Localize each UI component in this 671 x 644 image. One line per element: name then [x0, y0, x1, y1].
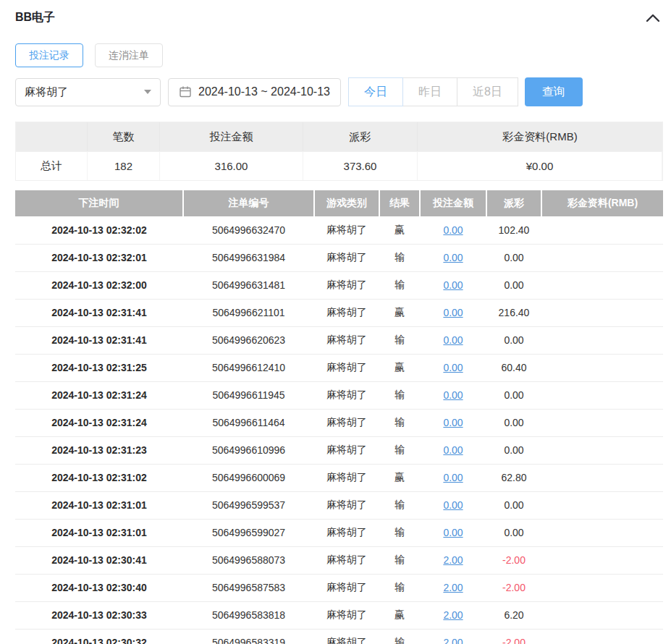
bet-time: 2024-10-13 02:30:33	[15, 601, 183, 629]
yesterday-button[interactable]: 昨日	[402, 77, 457, 106]
summary-col-empty	[16, 122, 88, 151]
bet-result: 输	[379, 409, 420, 436]
order-number: 5064996583818	[183, 601, 314, 629]
col-result: 结果	[379, 190, 420, 216]
bet-amount-link[interactable]: 2.00	[443, 554, 463, 566]
game-type: 麻将胡了	[314, 244, 379, 271]
summary-total-label: 总计	[16, 151, 88, 180]
bet-amount-link[interactable]: 0.00	[443, 389, 463, 401]
game-type: 麻将胡了	[314, 354, 379, 381]
col-game-type: 游戏类别	[314, 190, 379, 216]
bet-amount-link[interactable]: 0.00	[443, 444, 463, 456]
bet-amount-link[interactable]: 0.00	[443, 362, 463, 373]
summary-col-bonus: 彩金资料(RMB)	[418, 122, 662, 151]
bonus-amount	[541, 491, 663, 519]
summary-total-count: 182	[88, 151, 160, 180]
summary-table: 笔数 投注金额 派彩 彩金资料(RMB) 总计 182 316.00 373.6…	[15, 122, 663, 181]
bet-amount-cell: 0.00	[420, 244, 486, 271]
game-type: 麻将胡了	[314, 464, 379, 491]
tab-combo-orders[interactable]: 连消注单	[95, 43, 163, 67]
tab-betting-records[interactable]: 投注记录	[15, 43, 83, 67]
summary-total-payout: 373.60	[303, 151, 418, 180]
last-8-days-button[interactable]: 近8日	[457, 77, 518, 106]
bet-amount-cell: 2.00	[420, 629, 486, 644]
bet-amount-link[interactable]: 0.00	[443, 499, 463, 511]
order-number: 5064996611945	[183, 381, 314, 409]
bonus-amount	[541, 629, 663, 644]
query-button[interactable]: 查询	[525, 77, 583, 106]
order-number: 5064996588073	[183, 546, 314, 574]
game-select-value: 麻将胡了	[25, 85, 68, 99]
bet-amount-cell: 0.00	[420, 271, 486, 299]
table-row: 2024-10-13 02:31:255064996612410麻将胡了赢0.0…	[15, 354, 663, 381]
today-button[interactable]: 今日	[348, 77, 403, 106]
bonus-amount	[541, 354, 663, 381]
bonus-amount	[541, 546, 663, 574]
payout-amount: -2.00	[486, 546, 541, 574]
table-row: 2024-10-13 02:31:415064996621101麻将胡了赢0.0…	[15, 299, 663, 326]
chevron-down-icon	[144, 90, 151, 94]
collapse-chevron-up-icon[interactable]	[643, 12, 663, 24]
bet-result: 输	[379, 629, 420, 644]
bet-result: 输	[379, 491, 420, 519]
bet-amount-link[interactable]: 2.00	[443, 582, 463, 593]
bet-amount-link[interactable]: 0.00	[443, 307, 463, 318]
bet-result: 输	[379, 519, 420, 546]
table-row: 2024-10-13 02:31:245064996611464麻将胡了输0.0…	[15, 409, 663, 436]
bet-amount-link[interactable]: 2.00	[443, 609, 463, 621]
payout-amount: 0.00	[486, 244, 541, 271]
bet-amount-link[interactable]: 0.00	[443, 224, 463, 236]
panel-title: BB电子	[15, 10, 55, 25]
payout-amount: 0.00	[486, 271, 541, 299]
payout-amount: -2.00	[486, 629, 541, 644]
summary-col-bet: 投注金额	[160, 122, 303, 151]
order-number: 5064996631984	[183, 244, 314, 271]
bet-records-panel: BB电子 投注记录 连消注单 麻将胡了 2024-10-13 ~ 2024-10…	[0, 0, 671, 644]
bet-amount-link[interactable]: 0.00	[443, 334, 463, 346]
quick-date-buttons: 今日 昨日 近8日	[348, 77, 518, 106]
game-select[interactable]: 麻将胡了	[15, 78, 161, 106]
bet-time: 2024-10-13 02:31:01	[15, 491, 183, 519]
date-range-picker[interactable]: 2024-10-13 ~ 2024-10-13	[168, 78, 341, 106]
bet-result: 赢	[379, 216, 420, 244]
order-number: 5064996587583	[183, 574, 314, 601]
panel-header: BB电子	[15, 10, 663, 25]
bet-amount-cell: 2.00	[420, 574, 486, 601]
bet-amount-link[interactable]: 0.00	[443, 472, 463, 483]
order-number: 5064996599027	[183, 519, 314, 546]
order-number: 5064996631481	[183, 271, 314, 299]
bet-amount-link[interactable]: 0.00	[443, 252, 463, 263]
bet-table-header: 下注时间 注单编号 游戏类别 结果 投注金额 派彩 彩金资料(RMB)	[15, 190, 663, 216]
bet-amount-cell: 0.00	[420, 216, 486, 244]
bet-amount-link[interactable]: 0.00	[443, 279, 463, 291]
bonus-amount	[541, 244, 663, 271]
bet-result: 输	[379, 271, 420, 299]
summary-col-count: 笔数	[88, 122, 160, 151]
payout-amount: 0.00	[486, 491, 541, 519]
payout-amount: 0.00	[486, 519, 541, 546]
table-row: 2024-10-13 02:31:415064996620623麻将胡了输0.0…	[15, 326, 663, 354]
bet-time: 2024-10-13 02:31:41	[15, 326, 183, 354]
order-number: 5064996612410	[183, 354, 314, 381]
table-row: 2024-10-13 02:31:245064996611945麻将胡了输0.0…	[15, 381, 663, 409]
bet-amount-link[interactable]: 0.00	[443, 527, 463, 538]
order-number: 5064996599537	[183, 491, 314, 519]
bet-amount-link[interactable]: 0.00	[443, 417, 463, 428]
order-number: 5064996611464	[183, 409, 314, 436]
bonus-amount	[541, 519, 663, 546]
bet-amount-cell: 0.00	[420, 519, 486, 546]
bonus-amount	[541, 409, 663, 436]
bet-time: 2024-10-13 02:30:32	[15, 629, 183, 644]
summary-header-row: 笔数 投注金额 派彩 彩金资料(RMB)	[16, 122, 662, 151]
bet-amount-link[interactable]: 2.00	[443, 637, 463, 644]
summary-total-bonus: ¥0.00	[418, 151, 662, 180]
bet-time: 2024-10-13 02:31:25	[15, 354, 183, 381]
table-row: 2024-10-13 02:32:015064996631984麻将胡了输0.0…	[15, 244, 663, 271]
bet-time: 2024-10-13 02:31:23	[15, 436, 183, 464]
game-type: 麻将胡了	[314, 216, 379, 244]
order-number: 5064996632470	[183, 216, 314, 244]
table-row: 2024-10-13 02:31:015064996599027麻将胡了输0.0…	[15, 519, 663, 546]
table-row: 2024-10-13 02:31:015064996599537麻将胡了输0.0…	[15, 491, 663, 519]
payout-amount: -2.00	[486, 574, 541, 601]
record-tabs: 投注记录 连消注单	[15, 43, 663, 67]
